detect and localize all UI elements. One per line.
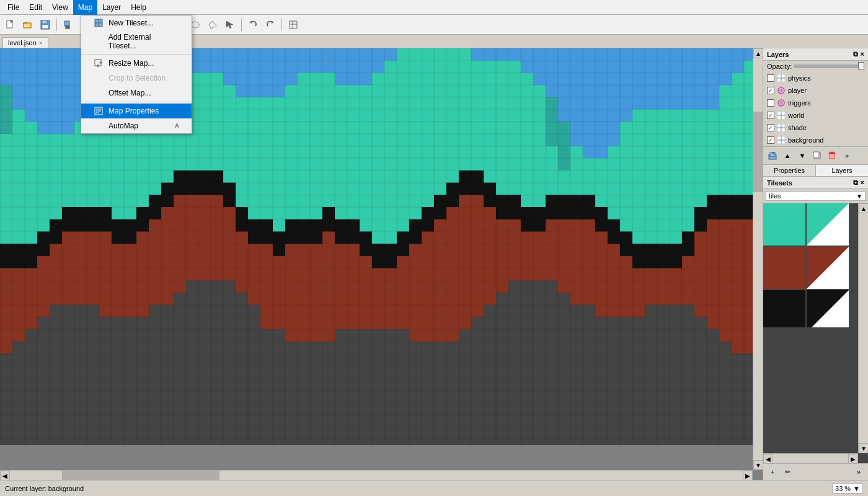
tileset-vscroll-down[interactable]: ▼ <box>859 443 868 453</box>
hscroll-track-left <box>10 471 62 480</box>
menu-layer[interactable]: Layer <box>97 0 126 15</box>
opacity-row: Opacity: <box>763 61 868 72</box>
menu-offset-map[interactable]: Offset Map... <box>81 86 192 100</box>
tileset-vscroll[interactable]: ▲ ▼ <box>858 203 868 453</box>
opacity-slider[interactable] <box>794 64 864 68</box>
hscroll[interactable]: ◀ ▶ <box>0 470 753 480</box>
layer-toolbar: ▲ ▼ » <box>763 146 868 164</box>
vscroll-thumb[interactable] <box>753 112 763 192</box>
layer-item-triggers[interactable]: triggers <box>763 97 868 109</box>
toolbar-sep-4 <box>281 19 282 31</box>
new-button[interactable] <box>2 17 19 33</box>
svg-point-16 <box>192 22 199 28</box>
stamp-button[interactable] <box>60 17 76 33</box>
layer-checkbox-player[interactable] <box>767 87 774 94</box>
layers-detach-icon[interactable]: ⧉ <box>853 50 858 58</box>
vscroll[interactable]: ▲ ▼ <box>753 48 763 470</box>
vscroll-track-top <box>753 58 763 112</box>
opacity-label: Opacity: <box>767 63 792 70</box>
vscroll-down[interactable]: ▼ <box>753 460 763 470</box>
status-bar: Current layer: background 33 % ▼ <box>0 480 868 496</box>
layer-checkbox-background[interactable] <box>767 136 774 144</box>
grid-button[interactable] <box>285 17 301 33</box>
layer-checkbox-triggers[interactable] <box>767 99 774 107</box>
layer-item-shade[interactable]: shade <box>763 122 868 134</box>
layer-item-world[interactable]: world <box>763 109 868 122</box>
menu-add-external-tileset[interactable]: Add External Tileset... <box>81 30 192 53</box>
tileset-canvas-area[interactable]: ▲ ▼ ◀ ▶ <box>763 203 868 463</box>
layers-panel-header: Layers ⧉ × <box>763 48 868 61</box>
layer-icon-shade <box>777 123 786 132</box>
layers-close-icon[interactable]: × <box>861 50 864 58</box>
crop-icon <box>94 73 104 83</box>
tileset-hscroll-right[interactable]: ▶ <box>848 454 858 463</box>
tileset-more-button[interactable]: » <box>852 465 866 479</box>
menu-view[interactable]: View <box>47 0 73 15</box>
menu-automap[interactable]: AutoMap A <box>81 118 192 133</box>
tab-layers[interactable]: Layers <box>816 165 868 176</box>
duplicate-layer-button[interactable] <box>810 149 824 162</box>
layer-checkbox-world[interactable] <box>767 112 774 119</box>
menu-map-properties[interactable]: Map Properties <box>81 104 192 118</box>
layers-panel: Layers ⧉ × Opacity: physics <box>763 48 868 165</box>
tilesets-detach-icon[interactable]: ⧉ <box>853 179 858 187</box>
svg-marker-17 <box>209 21 216 29</box>
menu-file[interactable]: File <box>2 0 24 15</box>
svg-rect-2 <box>24 23 31 28</box>
svg-rect-4 <box>42 20 47 24</box>
layer-item-background[interactable]: background <box>763 134 868 146</box>
tilesets-close-icon[interactable]: × <box>861 179 864 187</box>
automap-icon <box>94 121 104 131</box>
move-layer-down-button[interactable]: ▼ <box>795 149 809 162</box>
tileset-view[interactable] <box>763 203 857 327</box>
undo-button[interactable] <box>245 17 261 33</box>
save-button[interactable] <box>37 17 53 33</box>
svg-rect-21 <box>290 21 297 29</box>
map-dropdown-menu: New Tileset... Add External Tileset... R… <box>81 15 192 134</box>
menu-new-tileset[interactable]: New Tileset... <box>81 16 192 30</box>
layer-item-physics[interactable]: physics <box>763 72 868 84</box>
more-options-button[interactable]: » <box>840 149 854 162</box>
move-layer-up-button[interactable]: ▲ <box>781 149 794 162</box>
opacity-handle[interactable] <box>858 62 864 69</box>
layers-header-icons: ⧉ × <box>853 50 864 58</box>
svg-rect-7 <box>66 26 69 29</box>
tab-close-button[interactable]: × <box>39 40 43 46</box>
hscroll-right[interactable]: ▶ <box>743 471 753 480</box>
tileset-selector[interactable]: tiles ▼ <box>763 189 868 203</box>
tileset-dropdown[interactable]: tiles ▼ <box>766 191 866 201</box>
tileset-vscroll-up[interactable]: ▲ <box>859 203 868 213</box>
hscroll-track-right <box>219 471 743 480</box>
tileset-hscroll[interactable]: ◀ ▶ <box>763 453 858 463</box>
delete-layer-button[interactable] <box>825 149 839 162</box>
layer-name-background: background <box>788 136 824 144</box>
add-tileset-button[interactable]: + <box>766 465 779 479</box>
menu-edit[interactable]: Edit <box>24 0 47 15</box>
add-layer-button[interactable] <box>766 149 779 162</box>
file-tab[interactable]: level.json × <box>2 37 48 48</box>
layer-name-player: player <box>788 87 807 94</box>
menu-map[interactable]: Map <box>73 0 97 15</box>
automap-shortcut: A <box>175 122 179 130</box>
layer-item-player[interactable]: player <box>763 84 868 97</box>
layer-name-world: world <box>788 112 804 119</box>
vscroll-up[interactable]: ▲ <box>753 48 763 58</box>
menu-resize-map[interactable]: Resize Map... <box>81 56 192 71</box>
toolbar-sep-1 <box>56 19 57 31</box>
layer-checkbox-shade[interactable] <box>767 124 774 131</box>
hscroll-thumb[interactable] <box>62 471 219 480</box>
arrow-button[interactable] <box>222 17 238 33</box>
zoom-dropdown[interactable]: 33 % ▼ <box>832 484 863 494</box>
open-button[interactable] <box>20 17 36 33</box>
tab-properties[interactable]: Properties <box>763 165 816 176</box>
layer-checkbox-physics[interactable] <box>767 74 774 82</box>
polygon-select-button[interactable] <box>205 17 221 33</box>
tilesets-title: Tilesets <box>767 179 792 187</box>
redo-button[interactable] <box>262 17 278 33</box>
edit-tileset-button[interactable]: ✏ <box>781 465 794 479</box>
hscroll-left[interactable]: ◀ <box>0 471 10 480</box>
tileset-hscroll-left[interactable]: ◀ <box>763 454 773 463</box>
menu-help[interactable]: Help <box>126 0 151 15</box>
svg-marker-18 <box>226 21 233 29</box>
resize-icon <box>94 58 104 68</box>
